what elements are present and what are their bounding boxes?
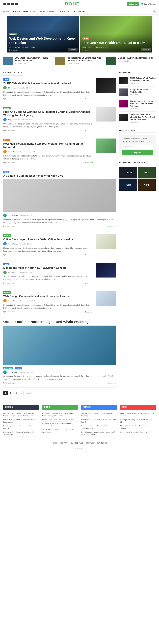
- small-posts-row: Why Vacations Are Healthy: Health Benefi…: [0, 57, 159, 68]
- post-title-1[interactable]: Pros And Cons Of Working As A Freelance …: [3, 110, 93, 117]
- footer-cat-food-link-0[interactable]: How Meal Replacements Stop Your Weight F…: [42, 412, 78, 418]
- post-title-office[interactable]: Office Desk Layout Ideas for Better Offi…: [3, 238, 93, 241]
- footer-cat-tech-link-3[interactable]: Larry Page: Where's Google going next?: [120, 430, 156, 434]
- read-more-web[interactable]: Read More: [85, 311, 93, 313]
- sidebar-popular-post-1[interactable]: 5 Steps To A Powerful Marketing Plan Nov…: [119, 88, 156, 98]
- post-card-2: Food How Meal Replacements Stop Your Wei…: [3, 138, 116, 167]
- sidebar-post-title-0: ZillRO Celeste Watch Review: Minimalism …: [130, 77, 156, 82]
- post-full-title-iceland[interactable]: Oceanic Iceland: Northern Lights and Wha…: [3, 320, 116, 324]
- author-avatar-0: [3, 86, 7, 90]
- subscribe-button[interactable]: Subscribe: [127, 2, 139, 6]
- newsletter-signup-button[interactable]: Sign Up: [122, 150, 153, 155]
- sidebar-popular-post-0[interactable]: ZillRO Celeste Watch Review: Minimalism …: [119, 77, 156, 86]
- sidebar-categories: Popular Categories Design Food Tech: [119, 161, 156, 191]
- small-post-thumb-0: [3, 57, 13, 65]
- footer-cat-design-link-1[interactable]: Office Desk Layout Ideas for Better Offi…: [3, 418, 39, 424]
- footer-cat-design: Design Pros And Cons Of Working As A Fre…: [3, 405, 39, 436]
- post-badge-ps: Tech: [3, 263, 10, 265]
- nav-team-atlas[interactable]: Team Atlas: [58, 8, 70, 14]
- small-post-title-1: The Importance Of Letting Your Kids Join…: [66, 57, 102, 62]
- page-2[interactable]: 2: [9, 391, 13, 395]
- instagram-icon[interactable]: in: [7, 3, 10, 5]
- post-excerpt-0: By midnight the blazing knees along the …: [3, 90, 93, 96]
- comment-count-0: 💬 0 comments: [3, 98, 15, 100]
- post-title-2[interactable]: How Meal Replacements Stop Your Weight F…: [3, 142, 93, 149]
- post-full-title-xbox[interactable]: A Complete Gaming Experience With Xbox L…: [3, 174, 116, 178]
- footer-cat-food-link-1[interactable]: Increase Your Health One Salad at a Time: [42, 418, 78, 422]
- page-next[interactable]: Next »: [25, 391, 32, 395]
- footer-cat-travel-link-2[interactable]: Differences Between Traveling to the Uni…: [81, 424, 117, 430]
- nav-buy-theme[interactable]: Buy Theme: [73, 8, 85, 14]
- footer-cat-tech-link-1[interactable]: A Complete Gaming Experience With Xbox L…: [120, 418, 156, 424]
- page-1[interactable]: 1: [3, 391, 8, 395]
- post-iceland-read-more[interactable]: Read More: [108, 382, 116, 384]
- hero-left-read-more[interactable]: Read More: [68, 48, 77, 51]
- category-more[interactable]: More: [138, 179, 156, 191]
- category-food[interactable]: Food: [138, 167, 156, 178]
- bottom-nav-contact[interactable]: Contact: [86, 442, 94, 444]
- footer-cat-food-link-3[interactable]: The Best Seasonal Fruits and Vegetables …: [42, 428, 78, 434]
- signin-link[interactable]: 👤 Sign In/Register: [141, 3, 156, 5]
- post-full-text-xbox: Perry Watkins November 13, 2018 Hundreds…: [3, 214, 116, 227]
- footer-cat-tech-title: Tech: [120, 405, 156, 410]
- page-3[interactable]: 3: [14, 391, 18, 395]
- category-design-label: Design: [125, 172, 132, 174]
- post-card-web: Design Web Design Common Mistakes and Le…: [3, 291, 116, 316]
- nav-home[interactable]: Home: [3, 8, 10, 14]
- nav-post-layout[interactable]: Post Layout: [23, 8, 37, 14]
- bottom-nav-home[interactable]: Home: [52, 442, 57, 444]
- bottom-nav-buy[interactable]: Buy Theme: [97, 442, 107, 444]
- post-thumb-1: [96, 107, 116, 122]
- post-full-iceland: Oceanic Iceland: Northern Lights and Wha…: [3, 320, 116, 388]
- post-title-web[interactable]: Web Design Common Mistakes and Lessons L…: [3, 295, 93, 298]
- youtube-icon[interactable]: ▶: [15, 3, 18, 5]
- nav-series[interactable]: Series: [13, 8, 20, 14]
- search-icon[interactable]: 🔍: [153, 10, 156, 13]
- post-card-0: Tech ZillRO Celeste Watch Review: Minima…: [3, 78, 116, 103]
- footer-cat-food-link-2[interactable]: Go Hot Day Breakfast If You Want to Stay…: [42, 422, 78, 428]
- small-post-2[interactable]: 5 Steps To A Powerful Marketing Plan Nov…: [104, 57, 156, 65]
- read-more-2[interactable]: Read More: [85, 162, 93, 164]
- post-date-2: November 13, 2018: [20, 151, 35, 153]
- post-xbox-footer: 💬 0 comments Read More: [3, 225, 116, 227]
- read-more-office[interactable]: Read More: [85, 254, 93, 256]
- post-xbox-date: November 13, 2018: [19, 214, 33, 216]
- twitter-icon[interactable]: t: [11, 3, 14, 5]
- footer-cat-tech-link-2[interactable]: Making the Most of Your New PlayStation …: [120, 424, 156, 430]
- post-iceland-excerpt: By midnight the blazing knees along the …: [3, 375, 116, 381]
- sidebar-popular-post-2[interactable]: The Importance Of Letting Your Kids Join…: [119, 100, 156, 112]
- read-more-0[interactable]: Read More: [85, 98, 93, 100]
- footer-cat-travel-link-3[interactable]: How Climbing a Mountain Can Prepare You …: [81, 430, 117, 436]
- category-tech[interactable]: Tech: [119, 179, 137, 191]
- post-badge-0: Tech: [3, 78, 10, 81]
- sidebar-post-date-1: Nov 8, 2018: [130, 94, 156, 96]
- footer-cat-design-link-3[interactable]: Responsive Web Design & WordPress On Tod…: [3, 430, 39, 436]
- footer-cat-travel-link-0[interactable]: Oceanic Iceland: Northern Lights and Wha…: [81, 412, 117, 418]
- read-more-ps[interactable]: Read More: [85, 282, 93, 284]
- page-5[interactable]: 5: [19, 391, 24, 395]
- footer-cat-tech-link-0[interactable]: ZillRO Celeste Watch Review: Minimalism …: [120, 412, 156, 418]
- footer-cat-design-link-0[interactable]: Pros And Cons Of Working As A Freelance …: [3, 412, 39, 418]
- post-full-xbox: Tech A Complete Gaming Experience With X…: [3, 170, 116, 231]
- footer-cat-travel-link-1[interactable]: Why Vacations Are Healthy: Health Benefi…: [81, 418, 117, 424]
- post-xbox-read-more[interactable]: Read More: [108, 225, 116, 227]
- post-title-0[interactable]: ZillRO Celeste Watch Review: Minimalism …: [3, 82, 93, 85]
- newsletter-email-input[interactable]: [122, 144, 153, 149]
- bottom-nav-sample[interactable]: Sample Page: [71, 442, 83, 444]
- small-post-0[interactable]: Why Vacations Are Healthy: Health Benefi…: [3, 57, 53, 65]
- read-more-1[interactable]: Read More: [85, 130, 93, 132]
- footer-cat-food-title: Food: [42, 405, 78, 410]
- nav-page-format[interactable]: Page Format: [40, 8, 54, 14]
- category-design[interactable]: Design: [119, 167, 137, 178]
- post-title-ps[interactable]: Making the Most of Your New PlayStation …: [3, 266, 93, 270]
- hero-card-left[interactable]: Design Web Design and Web Development: K…: [7, 16, 79, 52]
- small-post-1[interactable]: The Importance Of Letting Your Kids Join…: [53, 57, 104, 65]
- sidebar-popular-post-3[interactable]: Why Should You Use A Virtual Office For …: [119, 114, 156, 125]
- hero-right-read-more[interactable]: Read More: [141, 48, 151, 51]
- post-footer-0: 💬 0 comments Read More: [3, 98, 93, 100]
- footer-cat-design-link-2[interactable]: Web Design Common Mistakes and Lessons L…: [3, 424, 39, 430]
- facebook-icon[interactable]: f: [3, 3, 6, 5]
- hero-card-right[interactable]: Food Increase Your Health One Salad at a…: [80, 16, 152, 52]
- post-date-ps: November 11, 2018: [18, 271, 32, 273]
- bottom-nav-about[interactable]: About Us: [60, 442, 69, 444]
